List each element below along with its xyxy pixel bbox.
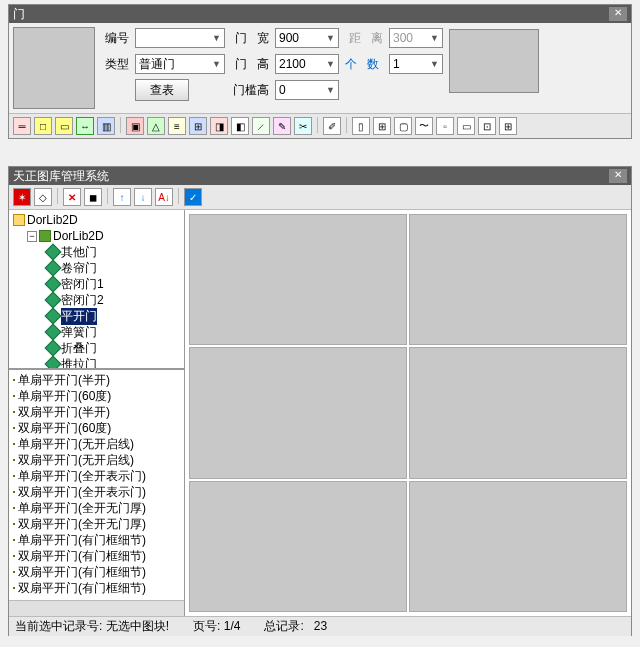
- collapse-icon[interactable]: −: [27, 231, 37, 242]
- tool-icon-18[interactable]: ▢: [394, 117, 412, 135]
- plus-icon: [13, 523, 15, 525]
- tool-icon-21[interactable]: ▭: [457, 117, 475, 135]
- list-item[interactable]: 双扇平开门(有门框细节): [11, 564, 182, 580]
- tool-icon-15[interactable]: ✐: [323, 117, 341, 135]
- diamond-icon: [45, 260, 62, 277]
- list-item[interactable]: 双扇平开门(60度): [11, 420, 182, 436]
- delete-icon[interactable]: ✕: [63, 188, 81, 206]
- status-page: 页号: 1/4: [193, 618, 240, 635]
- tree-item[interactable]: 弹簧门: [11, 324, 182, 340]
- library-panel: 天正图库管理系统 ✕ ✶ ◇ ✕ ◼ ↑ ↓ A↓ ✓ DorLib2D − D…: [8, 166, 632, 636]
- list-item[interactable]: 双扇平开门(全开表示门): [11, 484, 182, 500]
- tool-icon-19[interactable]: 〜: [415, 117, 433, 135]
- list-item[interactable]: 单扇平开门(无开启线): [11, 436, 182, 452]
- tool-icon-3[interactable]: ▭: [55, 117, 73, 135]
- lib-tool-1-icon[interactable]: ✶: [13, 188, 31, 206]
- tool-icon-20[interactable]: ▫: [436, 117, 454, 135]
- thumbnail-cell[interactable]: [409, 214, 627, 345]
- up-arrow-icon[interactable]: ↑: [113, 188, 131, 206]
- tool-icon-4[interactable]: ↔: [76, 117, 94, 135]
- lookup-button[interactable]: 查表: [135, 79, 189, 101]
- list-item[interactable]: 单扇平开门(全开表示门): [11, 468, 182, 484]
- tree-item[interactable]: 平开门: [11, 308, 182, 324]
- tree-item[interactable]: 密闭门1: [11, 276, 182, 292]
- door-preview-left: [13, 27, 95, 109]
- diamond-icon: [45, 244, 62, 261]
- threshold-combo[interactable]: 0▼: [275, 80, 339, 100]
- door-toolbar: ═ □ ▭ ↔ ▥ ▣ △ ≡ ⊞ ◨ ◧ ⟋ ✎ ✂ ✐ ▯ ⊞ ▢ 〜 ▫ …: [9, 113, 631, 138]
- tool-icon-6[interactable]: ▣: [126, 117, 144, 135]
- tool-icon-9[interactable]: ⊞: [189, 117, 207, 135]
- tool-icon-14[interactable]: ✂: [294, 117, 312, 135]
- sort-icon[interactable]: A↓: [155, 188, 173, 206]
- lib-tool-4-icon[interactable]: ◼: [84, 188, 102, 206]
- tool-icon-2[interactable]: □: [34, 117, 52, 135]
- tool-icon-12[interactable]: ⟋: [252, 117, 270, 135]
- type-combo[interactable]: 普通门▼: [135, 54, 225, 74]
- close-icon[interactable]: ✕: [609, 7, 627, 21]
- plus-icon: [13, 491, 15, 493]
- chevron-down-icon: ▼: [326, 33, 335, 43]
- tool-icon-17[interactable]: ⊞: [373, 117, 391, 135]
- tree-item[interactable]: 推拉门: [11, 356, 182, 370]
- lib-tool-2-icon[interactable]: ◇: [34, 188, 52, 206]
- list-item[interactable]: 双扇平开门(全开无门厚): [11, 516, 182, 532]
- distance-combo[interactable]: 300▼: [389, 28, 443, 48]
- tree-group[interactable]: − DorLib2D: [11, 228, 182, 244]
- plus-icon: [13, 507, 15, 509]
- tool-icon-22[interactable]: ⊡: [478, 117, 496, 135]
- tool-icon-13[interactable]: ✎: [273, 117, 291, 135]
- list-item[interactable]: 单扇平开门(有门框细节): [11, 532, 182, 548]
- height-combo[interactable]: 2100▼: [275, 54, 339, 74]
- width-label: 宽: [253, 30, 269, 47]
- thumbnail-cell[interactable]: [189, 214, 407, 345]
- library-tree[interactable]: DorLib2D − DorLib2D 其他门卷帘门密闭门1密闭门2平开门弹簧门…: [9, 210, 184, 370]
- horizontal-scrollbar[interactable]: [9, 600, 184, 616]
- chevron-down-icon: ▼: [212, 33, 221, 43]
- list-item[interactable]: 双扇平开门(无开启线): [11, 452, 182, 468]
- close-icon[interactable]: ✕: [609, 169, 627, 183]
- list-item[interactable]: 双扇平开门(半开): [11, 404, 182, 420]
- tree-item[interactable]: 卷帘门: [11, 260, 182, 276]
- tree-root[interactable]: DorLib2D: [11, 212, 182, 228]
- tree-item[interactable]: 折叠门: [11, 340, 182, 356]
- door-dims: 门 宽 900▼ 门 高 2100▼ 门槛高 0▼: [231, 27, 339, 109]
- tool-icon-23[interactable]: ⊞: [499, 117, 517, 135]
- list-item[interactable]: 双扇平开门(有门框细节): [11, 548, 182, 564]
- tree-item[interactable]: 其他门: [11, 244, 182, 260]
- num-combo[interactable]: ▼: [135, 28, 225, 48]
- list-item[interactable]: 单扇平开门(全开无门厚): [11, 500, 182, 516]
- tool-icon-7[interactable]: △: [147, 117, 165, 135]
- chevron-down-icon: ▼: [212, 59, 221, 69]
- list-item[interactable]: 单扇平开门(60度): [11, 388, 182, 404]
- width-combo[interactable]: 900▼: [275, 28, 339, 48]
- height-label: 高: [253, 56, 269, 73]
- tool-icon-16[interactable]: ▯: [352, 117, 370, 135]
- count-combo[interactable]: 1▼: [389, 54, 443, 74]
- tool-icon-11[interactable]: ◧: [231, 117, 249, 135]
- tool-icon-1[interactable]: ═: [13, 117, 31, 135]
- lib-tool-8-icon[interactable]: ✓: [184, 188, 202, 206]
- diamond-icon: [45, 308, 62, 325]
- tree-item[interactable]: 密闭门2: [11, 292, 182, 308]
- count-link[interactable]: 数: [367, 56, 383, 73]
- thumbnail-cell[interactable]: [189, 481, 407, 612]
- count-unit-link[interactable]: 个: [345, 56, 361, 73]
- thumbnail-cell[interactable]: [189, 347, 407, 478]
- thumbnail-cell[interactable]: [409, 347, 627, 478]
- list-item[interactable]: 单扇平开门(半开): [11, 372, 182, 388]
- diamond-icon: [45, 276, 62, 293]
- library-list[interactable]: 单扇平开门(半开)单扇平开门(60度)双扇平开门(半开)双扇平开门(60度)单扇…: [9, 370, 184, 600]
- diamond-icon: [45, 324, 62, 341]
- tool-icon-8[interactable]: ≡: [168, 117, 186, 135]
- thumbnail-cell[interactable]: [409, 481, 627, 612]
- library-left: DorLib2D − DorLib2D 其他门卷帘门密闭门1密闭门2平开门弹簧门…: [9, 210, 185, 616]
- threshold-label: 门槛高: [231, 82, 269, 99]
- plus-icon: [13, 539, 15, 541]
- tool-icon-10[interactable]: ◨: [210, 117, 228, 135]
- list-item[interactable]: 双扇平开门(有门框细节): [11, 580, 182, 596]
- down-arrow-icon[interactable]: ↓: [134, 188, 152, 206]
- plus-icon: [13, 555, 15, 557]
- tool-icon-5[interactable]: ▥: [97, 117, 115, 135]
- library-body: DorLib2D − DorLib2D 其他门卷帘门密闭门1密闭门2平开门弹簧门…: [9, 210, 631, 616]
